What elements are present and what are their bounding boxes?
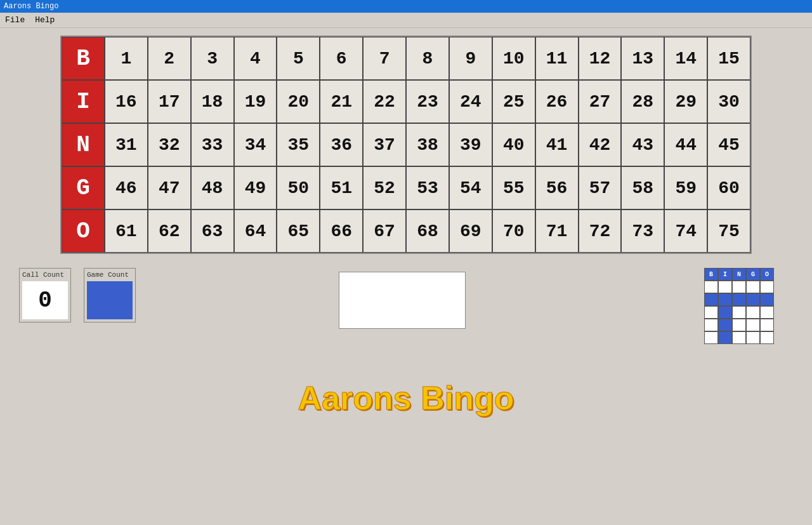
bingo-cell-68[interactable]: 68 (406, 209, 449, 253)
menu-file[interactable]: File (5, 15, 25, 25)
bingo-cell-74[interactable]: 74 (664, 209, 707, 253)
bingo-cell-58[interactable]: 58 (621, 166, 664, 209)
bingo-cell-33[interactable]: 33 (191, 123, 234, 166)
bingo-cell-26[interactable]: 26 (535, 80, 579, 123)
bingo-cell-40[interactable]: 40 (492, 123, 535, 166)
bingo-cell-10[interactable]: 10 (492, 37, 535, 80)
bingo-cell-38[interactable]: 38 (406, 123, 449, 166)
bingo-cell-17[interactable]: 17 (148, 80, 191, 123)
mini-cell-3-2 (732, 319, 746, 331)
bingo-cell-46[interactable]: 46 (105, 166, 148, 209)
center-display (339, 272, 466, 329)
bingo-cell-27[interactable]: 27 (579, 80, 622, 123)
bingo-cell-42[interactable]: 42 (579, 123, 622, 166)
bingo-cell-65[interactable]: 65 (277, 209, 320, 253)
bingo-cell-12[interactable]: 12 (579, 37, 622, 80)
bingo-cell-56[interactable]: 56 (535, 166, 579, 209)
bingo-cell-29[interactable]: 29 (664, 80, 707, 123)
bingo-cell-3[interactable]: 3 (191, 37, 234, 80)
bingo-cell-48[interactable]: 48 (191, 166, 234, 209)
game-count-box: Game Count (84, 268, 136, 322)
bingo-cell-69[interactable]: 69 (449, 209, 492, 253)
title-bar-label: Aarons Bingo (4, 2, 58, 11)
title-bar: Aarons Bingo (0, 0, 812, 13)
bingo-cell-23[interactable]: 23 (406, 80, 449, 123)
bingo-cell-71[interactable]: 71 (535, 209, 579, 253)
bingo-cell-16[interactable]: 16 (105, 80, 148, 123)
bingo-cell-59[interactable]: 59 (664, 166, 707, 209)
menu-bar: File Help (0, 13, 812, 28)
mini-cell-4-1 (718, 331, 732, 344)
bingo-cell-52[interactable]: 52 (363, 166, 406, 209)
mini-cell-3-1 (718, 319, 732, 331)
bingo-cell-55[interactable]: 55 (492, 166, 535, 209)
bingo-cell-47[interactable]: 47 (148, 166, 191, 209)
bingo-row-2: N313233343536373839404142434445 (62, 123, 750, 166)
bingo-cell-51[interactable]: 51 (320, 166, 363, 209)
bingo-cell-35[interactable]: 35 (277, 123, 320, 166)
bingo-cell-30[interactable]: 30 (707, 80, 750, 123)
bingo-cell-75[interactable]: 75 (707, 209, 750, 253)
bingo-cell-37[interactable]: 37 (363, 123, 406, 166)
bottom-panel: Call Count 0 Game Count BINGO (0, 262, 812, 350)
bingo-cell-32[interactable]: 32 (148, 123, 191, 166)
bingo-cell-67[interactable]: 67 (363, 209, 406, 253)
bingo-cell-15[interactable]: 15 (707, 37, 750, 80)
bingo-cell-60[interactable]: 60 (707, 166, 750, 209)
bingo-cell-45[interactable]: 45 (707, 123, 750, 166)
bingo-cell-62[interactable]: 62 (148, 209, 191, 253)
bingo-cell-8[interactable]: 8 (406, 37, 449, 80)
bingo-cell-20[interactable]: 20 (277, 80, 320, 123)
bingo-cell-43[interactable]: 43 (621, 123, 664, 166)
bingo-cell-70[interactable]: 70 (492, 209, 535, 253)
bingo-cell-19[interactable]: 19 (234, 80, 277, 123)
bingo-cell-64[interactable]: 64 (234, 209, 277, 253)
bingo-cell-73[interactable]: 73 (621, 209, 664, 253)
bingo-cell-2[interactable]: 2 (148, 37, 191, 80)
bingo-row-1: I161718192021222324252627282930 (62, 80, 750, 123)
bingo-cell-9[interactable]: 9 (449, 37, 492, 80)
bingo-cell-53[interactable]: 53 (406, 166, 449, 209)
mini-header-B: B (704, 268, 718, 281)
bingo-cell-57[interactable]: 57 (579, 166, 622, 209)
bingo-cell-66[interactable]: 66 (320, 209, 363, 253)
bingo-cell-24[interactable]: 24 (449, 80, 492, 123)
bingo-cell-49[interactable]: 49 (234, 166, 277, 209)
bingo-cell-21[interactable]: 21 (320, 80, 363, 123)
mini-header-I: I (718, 268, 732, 281)
bingo-cell-5[interactable]: 5 (277, 37, 320, 80)
mini-cell-2-3 (746, 306, 760, 319)
menu-help[interactable]: Help (35, 15, 55, 25)
bingo-cell-11[interactable]: 11 (535, 37, 579, 80)
bingo-cell-63[interactable]: 63 (191, 209, 234, 253)
bingo-cell-6[interactable]: 6 (320, 37, 363, 80)
bingo-cell-50[interactable]: 50 (277, 166, 320, 209)
bingo-cell-14[interactable]: 14 (664, 37, 707, 80)
bingo-row-4: O616263646566676869707172737475 (62, 209, 750, 253)
bingo-cell-7[interactable]: 7 (363, 37, 406, 80)
mini-cell-1-4 (760, 293, 774, 306)
bingo-cell-36[interactable]: 36 (320, 123, 363, 166)
mini-cell-2-2 (732, 306, 746, 319)
call-count-box: Call Count 0 (19, 268, 71, 322)
bingo-cell-44[interactable]: 44 (664, 123, 707, 166)
bingo-cell-39[interactable]: 39 (449, 123, 492, 166)
mini-cell-2-0 (704, 306, 718, 319)
bingo-cell-25[interactable]: 25 (492, 80, 535, 123)
bingo-cell-61[interactable]: 61 (105, 209, 148, 253)
bingo-cell-54[interactable]: 54 (449, 166, 492, 209)
mini-cell-2-1 (718, 306, 732, 319)
bingo-cell-18[interactable]: 18 (191, 80, 234, 123)
bingo-cell-72[interactable]: 72 (579, 209, 622, 253)
bingo-cell-4[interactable]: 4 (234, 37, 277, 80)
bingo-cell-31[interactable]: 31 (105, 123, 148, 166)
bingo-cell-34[interactable]: 34 (234, 123, 277, 166)
bingo-row-label-3: G (62, 166, 105, 209)
bingo-cell-22[interactable]: 22 (363, 80, 406, 123)
bingo-cell-28[interactable]: 28 (621, 80, 664, 123)
bingo-cell-1[interactable]: 1 (105, 37, 148, 80)
bingo-cell-41[interactable]: 41 (535, 123, 579, 166)
bingo-board: B123456789101112131415I16171819202122232… (60, 36, 752, 254)
bingo-row-label-1: I (62, 80, 105, 123)
bingo-cell-13[interactable]: 13 (621, 37, 664, 80)
